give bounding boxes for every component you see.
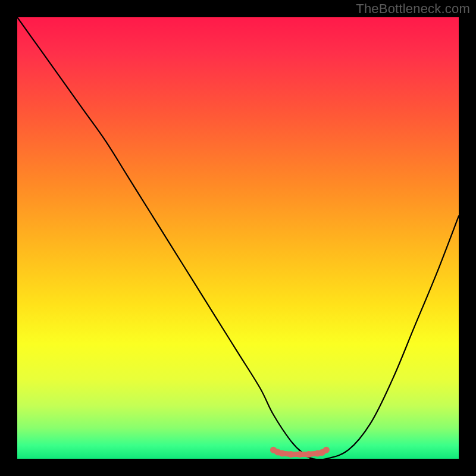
plateau-highlight	[270, 447, 330, 458]
plot-area	[17, 17, 459, 459]
chart-frame: TheBottleneck.com	[0, 0, 476, 476]
plateau-marker-dot	[279, 450, 286, 457]
plateau-marker-dot	[296, 451, 303, 458]
watermark-label: TheBottleneck.com	[356, 1, 470, 17]
plateau-marker-dot	[288, 451, 295, 458]
plateau-marker-dot	[305, 451, 312, 458]
plateau-marker-dot	[323, 447, 330, 453]
chart-svg	[17, 17, 459, 459]
bottleneck-curve	[17, 17, 459, 459]
